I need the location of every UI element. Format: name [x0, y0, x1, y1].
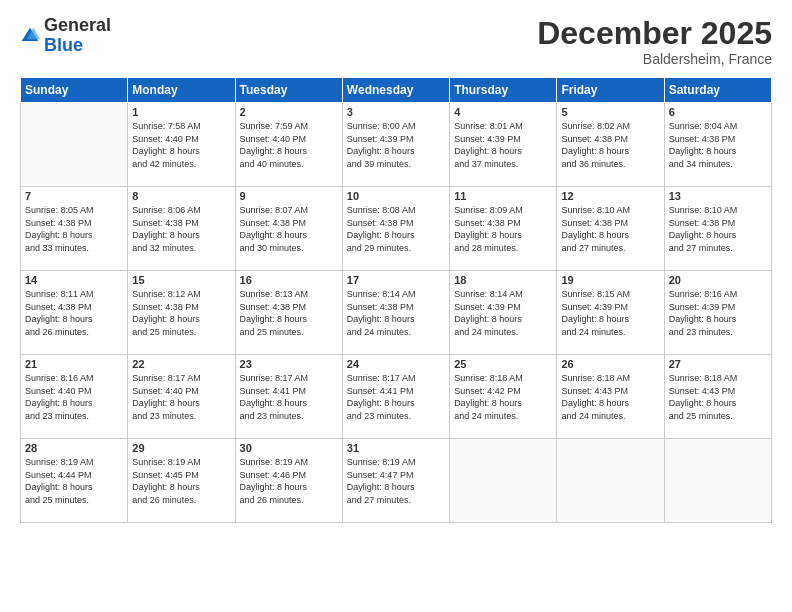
logo-icon: [20, 26, 40, 46]
day-number: 11: [454, 190, 552, 202]
day-number: 17: [347, 274, 445, 286]
daylight-line1: Daylight: 8 hours: [240, 313, 338, 326]
sunset-line: Sunset: 4:41 PM: [240, 385, 338, 398]
daylight-line2: and 23 minutes.: [669, 326, 767, 339]
day-number: 27: [669, 358, 767, 370]
sunrise-line: Sunrise: 8:16 AM: [25, 372, 123, 385]
table-row: 19Sunrise: 8:15 AMSunset: 4:39 PMDayligh…: [557, 271, 664, 355]
daylight-line2: and 23 minutes.: [347, 410, 445, 423]
day-info: Sunrise: 8:17 AMSunset: 4:40 PMDaylight:…: [132, 372, 230, 422]
calendar-week-row: 7Sunrise: 8:05 AMSunset: 4:38 PMDaylight…: [21, 187, 772, 271]
sunrise-line: Sunrise: 8:07 AM: [240, 204, 338, 217]
sunset-line: Sunset: 4:38 PM: [561, 217, 659, 230]
sunset-line: Sunset: 4:42 PM: [454, 385, 552, 398]
sunset-line: Sunset: 4:43 PM: [669, 385, 767, 398]
logo-text: General Blue: [44, 16, 111, 56]
col-friday: Friday: [557, 78, 664, 103]
daylight-line1: Daylight: 8 hours: [561, 145, 659, 158]
daylight-line1: Daylight: 8 hours: [561, 397, 659, 410]
sunrise-line: Sunrise: 8:04 AM: [669, 120, 767, 133]
col-saturday: Saturday: [664, 78, 771, 103]
sunrise-line: Sunrise: 8:06 AM: [132, 204, 230, 217]
day-number: 2: [240, 106, 338, 118]
sunrise-line: Sunrise: 8:19 AM: [132, 456, 230, 469]
day-number: 8: [132, 190, 230, 202]
daylight-line1: Daylight: 8 hours: [240, 481, 338, 494]
sunrise-line: Sunrise: 8:18 AM: [454, 372, 552, 385]
day-info: Sunrise: 8:07 AMSunset: 4:38 PMDaylight:…: [240, 204, 338, 254]
day-info: Sunrise: 8:10 AMSunset: 4:38 PMDaylight:…: [561, 204, 659, 254]
day-info: Sunrise: 7:59 AMSunset: 4:40 PMDaylight:…: [240, 120, 338, 170]
day-number: 29: [132, 442, 230, 454]
sunset-line: Sunset: 4:39 PM: [454, 133, 552, 146]
table-row: 1Sunrise: 7:58 AMSunset: 4:40 PMDaylight…: [128, 103, 235, 187]
day-info: Sunrise: 8:13 AMSunset: 4:38 PMDaylight:…: [240, 288, 338, 338]
sunset-line: Sunset: 4:38 PM: [132, 301, 230, 314]
sunset-line: Sunset: 4:38 PM: [240, 301, 338, 314]
day-number: 15: [132, 274, 230, 286]
day-info: Sunrise: 8:12 AMSunset: 4:38 PMDaylight:…: [132, 288, 230, 338]
table-row: 4Sunrise: 8:01 AMSunset: 4:39 PMDaylight…: [450, 103, 557, 187]
sunset-line: Sunset: 4:38 PM: [132, 217, 230, 230]
sunset-line: Sunset: 4:40 PM: [240, 133, 338, 146]
sunrise-line: Sunrise: 8:12 AM: [132, 288, 230, 301]
table-row: 10Sunrise: 8:08 AMSunset: 4:38 PMDayligh…: [342, 187, 449, 271]
day-info: Sunrise: 8:15 AMSunset: 4:39 PMDaylight:…: [561, 288, 659, 338]
daylight-line1: Daylight: 8 hours: [25, 481, 123, 494]
sunrise-line: Sunrise: 8:01 AM: [454, 120, 552, 133]
table-row: 13Sunrise: 8:10 AMSunset: 4:38 PMDayligh…: [664, 187, 771, 271]
day-number: 12: [561, 190, 659, 202]
table-row: 23Sunrise: 8:17 AMSunset: 4:41 PMDayligh…: [235, 355, 342, 439]
table-row: 17Sunrise: 8:14 AMSunset: 4:38 PMDayligh…: [342, 271, 449, 355]
table-row: 5Sunrise: 8:02 AMSunset: 4:38 PMDaylight…: [557, 103, 664, 187]
daylight-line2: and 25 minutes.: [240, 326, 338, 339]
col-tuesday: Tuesday: [235, 78, 342, 103]
daylight-line2: and 30 minutes.: [240, 242, 338, 255]
daylight-line2: and 27 minutes.: [561, 242, 659, 255]
day-number: 24: [347, 358, 445, 370]
daylight-line1: Daylight: 8 hours: [132, 229, 230, 242]
daylight-line1: Daylight: 8 hours: [132, 313, 230, 326]
day-number: 28: [25, 442, 123, 454]
sunrise-line: Sunrise: 8:14 AM: [347, 288, 445, 301]
daylight-line1: Daylight: 8 hours: [240, 397, 338, 410]
day-number: 22: [132, 358, 230, 370]
sunrise-line: Sunrise: 8:19 AM: [25, 456, 123, 469]
daylight-line1: Daylight: 8 hours: [669, 313, 767, 326]
day-info: Sunrise: 8:08 AMSunset: 4:38 PMDaylight:…: [347, 204, 445, 254]
day-info: Sunrise: 8:19 AMSunset: 4:46 PMDaylight:…: [240, 456, 338, 506]
sunset-line: Sunset: 4:40 PM: [25, 385, 123, 398]
calendar-week-row: 1Sunrise: 7:58 AMSunset: 4:40 PMDaylight…: [21, 103, 772, 187]
day-number: 14: [25, 274, 123, 286]
daylight-line1: Daylight: 8 hours: [669, 145, 767, 158]
day-info: Sunrise: 8:10 AMSunset: 4:38 PMDaylight:…: [669, 204, 767, 254]
day-number: 25: [454, 358, 552, 370]
daylight-line2: and 42 minutes.: [132, 158, 230, 171]
calendar-page: General Blue December 2025 Baldersheim, …: [0, 0, 792, 612]
logo-general: General: [44, 16, 111, 36]
daylight-line2: and 25 minutes.: [25, 494, 123, 507]
sunrise-line: Sunrise: 7:58 AM: [132, 120, 230, 133]
sunset-line: Sunset: 4:40 PM: [132, 133, 230, 146]
sunrise-line: Sunrise: 8:17 AM: [240, 372, 338, 385]
sunset-line: Sunset: 4:38 PM: [240, 217, 338, 230]
sunset-line: Sunset: 4:39 PM: [454, 301, 552, 314]
daylight-line1: Daylight: 8 hours: [240, 229, 338, 242]
daylight-line1: Daylight: 8 hours: [669, 397, 767, 410]
sunrise-line: Sunrise: 8:02 AM: [561, 120, 659, 133]
day-number: 30: [240, 442, 338, 454]
daylight-line2: and 33 minutes.: [25, 242, 123, 255]
sunset-line: Sunset: 4:38 PM: [669, 133, 767, 146]
daylight-line2: and 26 minutes.: [132, 494, 230, 507]
daylight-line1: Daylight: 8 hours: [240, 145, 338, 158]
daylight-line2: and 23 minutes.: [25, 410, 123, 423]
daylight-line1: Daylight: 8 hours: [132, 397, 230, 410]
day-info: Sunrise: 8:19 AMSunset: 4:45 PMDaylight:…: [132, 456, 230, 506]
day-info: Sunrise: 8:00 AMSunset: 4:39 PMDaylight:…: [347, 120, 445, 170]
table-row: [21, 103, 128, 187]
table-row: [664, 439, 771, 523]
table-row: 28Sunrise: 8:19 AMSunset: 4:44 PMDayligh…: [21, 439, 128, 523]
day-info: Sunrise: 8:14 AMSunset: 4:38 PMDaylight:…: [347, 288, 445, 338]
day-info: Sunrise: 8:18 AMSunset: 4:43 PMDaylight:…: [561, 372, 659, 422]
day-info: Sunrise: 8:06 AMSunset: 4:38 PMDaylight:…: [132, 204, 230, 254]
